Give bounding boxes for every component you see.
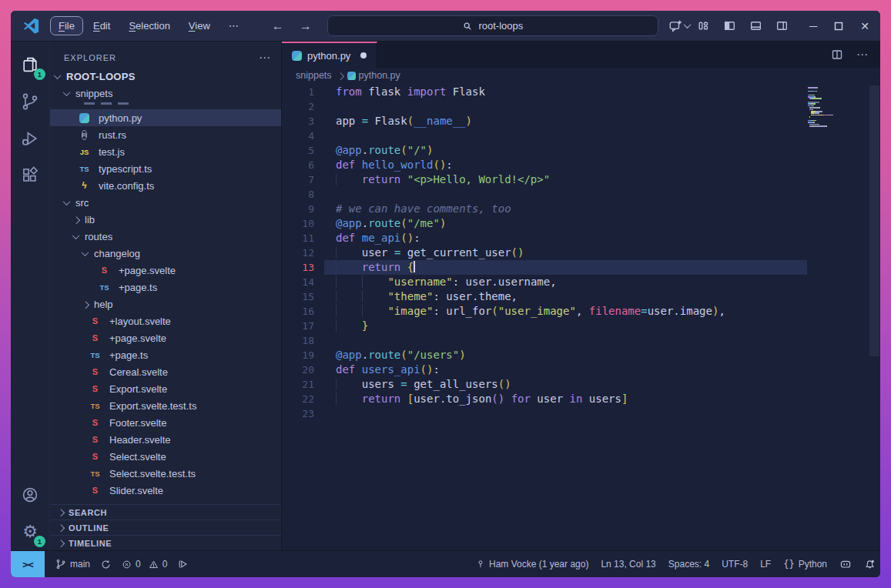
maximize-icon[interactable] xyxy=(834,22,843,31)
customize-layout-icon[interactable] xyxy=(697,19,710,32)
status-item-problems[interactable]: 00 xyxy=(122,559,167,570)
line-number[interactable]: 12 xyxy=(282,246,314,260)
activity-item-source-control[interactable] xyxy=(12,83,49,120)
line-number[interactable]: 17 xyxy=(282,319,314,333)
tree-root-folder[interactable]: ROOT-LOOPS xyxy=(50,68,281,85)
tree-item-header-svelte[interactable]: SHeader.svelte xyxy=(50,431,281,448)
code-line-19[interactable]: 19@app.route("/users") xyxy=(282,348,880,362)
toggle-panel-icon[interactable] xyxy=(749,19,762,32)
menu-item-selection[interactable]: Selection xyxy=(120,16,178,35)
menu-item-edit[interactable]: Edit xyxy=(85,16,119,35)
activity-item-run-debug[interactable] xyxy=(12,120,49,157)
tree-item-lib[interactable]: lib xyxy=(50,211,281,228)
toggle-sidebar-icon[interactable] xyxy=(723,19,736,32)
menu-item-more[interactable]: ⋯ xyxy=(220,16,247,35)
status-item-encoding[interactable]: UTF-8 xyxy=(722,559,748,570)
tree-item-export-svelte-test-ts[interactable]: TSExport.svelte.test.ts xyxy=(50,397,281,414)
line-number[interactable]: 2 xyxy=(282,99,314,114)
status-item-branch[interactable]: main xyxy=(55,559,90,570)
status-item-sync[interactable] xyxy=(101,560,111,570)
tree-item-select-svelte[interactable]: SSelect.svelte xyxy=(50,448,281,465)
line-number[interactable]: 22 xyxy=(282,392,314,406)
line-number[interactable]: 18 xyxy=(282,333,314,348)
code-line-14[interactable]: 14 "username": user.username, xyxy=(282,275,880,289)
code-line-17[interactable]: 17 } xyxy=(282,319,880,333)
tab-python-py[interactable]: python.py xyxy=(282,42,377,68)
code-line-9[interactable]: 9# we can have comments, too xyxy=(282,202,880,216)
explorer-more-actions-icon[interactable]: ⋯ xyxy=(259,51,270,65)
line-number[interactable]: 7 xyxy=(282,172,314,187)
code-line-11[interactable]: 11def me_api(): xyxy=(282,231,880,246)
status-item-cursor-position[interactable]: Ln 13, Col 13 xyxy=(601,559,655,570)
close-icon[interactable]: ✕ xyxy=(860,20,869,32)
toggle-secondary-sidebar-icon[interactable] xyxy=(775,19,789,32)
line-number[interactable]: 1 xyxy=(282,85,314,99)
tree-item-footer-svelte[interactable]: SFooter.svelte xyxy=(50,414,281,431)
line-number[interactable]: 19 xyxy=(282,348,314,362)
code-line-3[interactable]: 3app = Flask(__name__) xyxy=(282,114,880,129)
code-line-22[interactable]: 22 return [user.to_json() for user in us… xyxy=(282,392,880,406)
tree-item-select-svelte-test-ts[interactable]: TSSelect.svelte.test.ts xyxy=(50,465,281,482)
tree-item-layout-svelte[interactable]: S+layout.svelte xyxy=(50,312,281,329)
back-arrow-icon[interactable]: ← xyxy=(272,19,284,33)
tree-item-typescript-ts[interactable]: TStypescript.ts xyxy=(50,160,281,177)
breadcrumb-file[interactable]: python.py xyxy=(359,70,400,81)
tree-item-page-ts[interactable]: TS+page.ts xyxy=(50,346,281,363)
line-number[interactable]: 21 xyxy=(282,377,314,392)
modified-dot-icon[interactable] xyxy=(360,52,367,58)
status-item-notifications[interactable] xyxy=(864,559,876,570)
line-number[interactable]: 20 xyxy=(282,362,314,377)
command-center-search[interactable]: root-loops xyxy=(327,15,658,36)
status-item-commit-author[interactable]: Ham Vocke (1 year ago) xyxy=(476,559,588,570)
code-line-21[interactable]: 21 users = get_all_users() xyxy=(282,377,880,392)
status-item-launch[interactable] xyxy=(178,559,189,570)
sidebar-section-outline[interactable]: OUTLINE xyxy=(50,520,281,535)
activity-item-settings[interactable]: ⚙1 xyxy=(12,513,49,550)
tree-item-vite-config-ts[interactable]: ϟvite.config.ts xyxy=(50,177,281,194)
code-line-1[interactable]: 1from flask import Flask xyxy=(282,85,880,99)
code-line-8[interactable]: 8 xyxy=(282,187,880,202)
sidebar-section-search[interactable]: SEARCH xyxy=(50,504,281,520)
line-number[interactable]: 23 xyxy=(282,406,314,421)
line-number[interactable]: 15 xyxy=(282,289,314,304)
code-line-4[interactable]: 4 xyxy=(282,129,880,143)
tree-item-cereal-svelte[interactable]: SCereal.svelte xyxy=(50,363,281,380)
line-number[interactable]: 13 xyxy=(282,260,314,275)
more-actions-icon[interactable]: ⋯ xyxy=(856,48,868,62)
code-line-7[interactable]: 7 return "<p>Hello, World!</p>" xyxy=(282,172,880,187)
status-item-copilot[interactable] xyxy=(839,558,852,570)
tree-item-help[interactable]: help xyxy=(50,296,281,312)
forward-arrow-icon[interactable]: → xyxy=(300,19,312,33)
tree-item-page-svelte[interactable]: S+page.svelte xyxy=(50,262,281,279)
code-editor[interactable]: 1from flask import Flask23app = Flask(__… xyxy=(282,83,880,550)
tree-item-src[interactable]: src xyxy=(50,194,281,211)
tree-item-export-svelte[interactable]: SExport.svelte xyxy=(50,380,281,397)
status-item-eol[interactable]: LF xyxy=(760,559,771,570)
tree-item-test-js[interactable]: JStest.js xyxy=(50,143,281,160)
breadcrumb-folder[interactable]: snippets xyxy=(296,70,332,81)
tree-item-routes[interactable]: routes xyxy=(50,228,281,245)
code-line-5[interactable]: 5@app.route("/") xyxy=(282,143,880,158)
line-number[interactable]: 9 xyxy=(282,202,314,216)
code-line-2[interactable]: 2 xyxy=(282,99,880,114)
tree-item-snippets[interactable]: snippets xyxy=(50,85,281,102)
tree-item-python-py[interactable]: python.py xyxy=(50,109,281,126)
status-item-remote[interactable]: >< xyxy=(11,551,45,577)
activity-item-explorer[interactable]: 1 xyxy=(12,46,49,83)
line-number[interactable]: 10 xyxy=(282,216,314,231)
line-number[interactable]: 6 xyxy=(282,158,314,172)
code-line-16[interactable]: 16 "image": url_for("user_image", filena… xyxy=(282,304,880,319)
activity-item-accounts[interactable] xyxy=(12,476,49,513)
line-number[interactable]: 16 xyxy=(282,304,314,319)
split-editor-icon[interactable] xyxy=(831,48,843,61)
line-number[interactable]: 11 xyxy=(282,231,314,246)
tree-item-page-ts[interactable]: TS+page.ts xyxy=(50,279,281,296)
line-number[interactable]: 14 xyxy=(282,275,314,289)
line-number[interactable]: 3 xyxy=(282,114,314,129)
menu-item-file[interactable]: File xyxy=(50,16,83,35)
tree-item-slider-svelte[interactable]: SSlider.svelte xyxy=(50,482,281,499)
code-line-10[interactable]: 10@app.route("/me") xyxy=(282,216,880,231)
code-line-13[interactable]: 13 return { xyxy=(282,260,880,275)
line-number[interactable]: 5 xyxy=(282,143,314,158)
sidebar-section-timeline[interactable]: TIMELINE xyxy=(50,535,281,550)
